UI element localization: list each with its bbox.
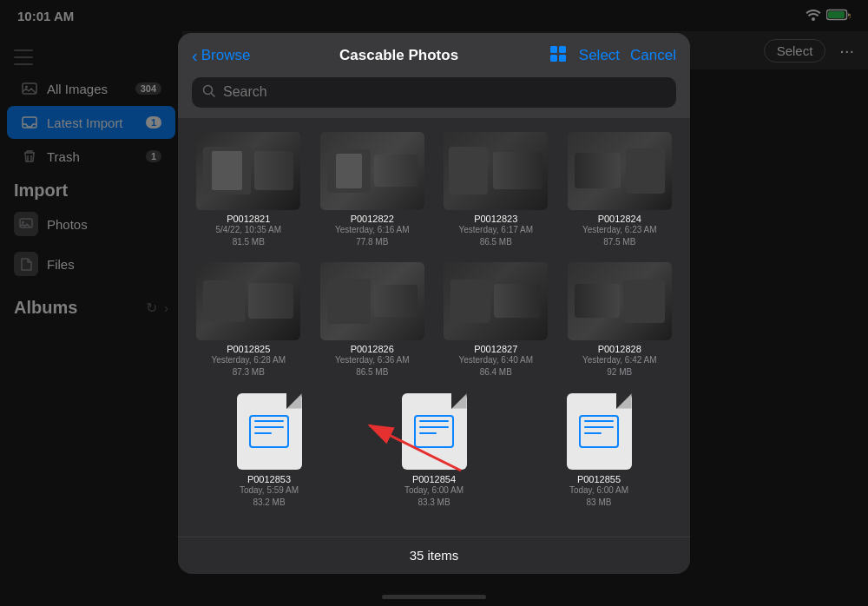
photo-id-6: P0012827: [474, 344, 517, 354]
photo-size-4: 87.3 MB: [233, 366, 265, 379]
file-grid: P0012853 Today, 5:59 AM 83.2 MB: [192, 392, 676, 509]
file-date-2: Today, 6:00 AM: [569, 484, 628, 497]
photo-size-7: 92 MB: [607, 366, 632, 379]
modal-select-button[interactable]: Select: [579, 47, 620, 64]
file-date-0: Today, 5:59 AM: [240, 484, 299, 497]
search-icon: [202, 84, 216, 101]
photo-size-3: 87.5 MB: [603, 236, 635, 248]
file-id-2: P0012855: [577, 474, 621, 484]
photo-grid-row1: P0012821 5/4/22, 10:35 AM 81.5 MB P00128…: [192, 132, 676, 248]
back-chevron-icon: ‹: [192, 46, 198, 66]
photo-thumb-6: [444, 262, 548, 340]
file-thumb-1: [382, 392, 486, 471]
svg-rect-11: [550, 55, 557, 62]
photo-id-2: P0012823: [474, 214, 517, 224]
modal-header: ‹ Browse Cascable Photos Select Canc: [178, 33, 690, 118]
file-thumb-0: [217, 392, 321, 471]
photo-thumb-1: [320, 132, 424, 210]
photo-size-5: 86.5 MB: [356, 366, 388, 379]
photo-size-1: 77.8 MB: [356, 236, 388, 248]
modal-footer: 35 items: [178, 537, 690, 574]
search-bar: [192, 77, 676, 108]
photo-id-0: P0012821: [227, 214, 270, 224]
file-browser-modal: ‹ Browse Cascable Photos Select Canc: [178, 33, 690, 574]
photo-thumb-3: [568, 132, 672, 210]
svg-rect-12: [559, 55, 566, 62]
photo-item-1[interactable]: P0012822 Yesterday, 6:16 AM 77.8 MB: [316, 132, 430, 248]
back-button[interactable]: ‹ Browse: [192, 46, 250, 66]
photo-item-7[interactable]: P0012828 Yesterday, 6:42 AM 92 MB: [563, 262, 677, 379]
photo-id-1: P0012822: [351, 214, 394, 224]
photo-date-7: Yesterday, 6:42 AM: [582, 354, 657, 366]
photo-size-2: 86.5 MB: [480, 236, 512, 248]
photo-date-0: 5/4/22, 10:35 AM: [215, 224, 281, 236]
search-input[interactable]: [223, 84, 666, 100]
item-count: 35 items: [410, 548, 459, 563]
photo-date-4: Yesterday, 6:28 AM: [211, 354, 286, 366]
modal-nav: ‹ Browse Cascable Photos Select Canc: [192, 43, 676, 69]
photo-id-4: P0012825: [227, 344, 270, 354]
photo-date-2: Yesterday, 6:17 AM: [458, 224, 533, 236]
photo-grid-row2: P0012825 Yesterday, 6:28 AM 87.3 MB P001…: [192, 262, 676, 379]
photo-date-6: Yesterday, 6:40 AM: [458, 354, 533, 366]
photo-item-3[interactable]: P0012824 Yesterday, 6:23 AM 87.5 MB: [563, 132, 677, 248]
file-date-1: Today, 6:00 AM: [404, 484, 464, 497]
file-id-0: P0012853: [247, 474, 291, 484]
photo-id-5: P0012826: [351, 344, 394, 354]
photo-date-1: Yesterday, 6:16 AM: [335, 224, 410, 236]
modal-cancel-button[interactable]: Cancel: [630, 47, 676, 64]
svg-rect-10: [559, 46, 566, 53]
modal-title: Cascable Photos: [339, 47, 458, 64]
photo-thumb-5: [320, 262, 424, 340]
file-size-2: 83 MB: [587, 497, 612, 509]
modal-nav-actions: Select Cancel: [548, 43, 676, 69]
file-item-1[interactable]: P0012854 Today, 6:00 AM 83.3 MB: [357, 392, 511, 509]
back-label: Browse: [201, 47, 251, 64]
photo-id-7: P0012828: [598, 344, 641, 354]
photo-thumb-7: [568, 262, 672, 340]
file-item-0[interactable]: P0012853 Today, 5:59 AM 83.2 MB: [192, 392, 346, 509]
photo-thumb-2: [444, 132, 548, 210]
file-thumb-2: [547, 392, 651, 471]
photo-size-6: 86.4 MB: [480, 366, 512, 379]
svg-rect-9: [550, 46, 557, 53]
file-item-2[interactable]: P0012855 Today, 6:00 AM 83 MB: [522, 392, 676, 509]
photo-item-4[interactable]: P0012825 Yesterday, 6:28 AM 87.3 MB: [192, 262, 306, 379]
photo-thumb-4: [196, 262, 300, 340]
photo-item-6[interactable]: P0012827 Yesterday, 6:40 AM 86.4 MB: [439, 262, 553, 379]
file-size-1: 83.3 MB: [418, 497, 450, 509]
photo-size-0: 81.5 MB: [233, 236, 265, 248]
photo-id-3: P0012824: [598, 214, 641, 224]
photo-date-5: Yesterday, 6:36 AM: [335, 354, 410, 366]
photo-date-3: Yesterday, 6:23 AM: [582, 224, 657, 236]
photo-item-2[interactable]: P0012823 Yesterday, 6:17 AM 86.5 MB: [439, 132, 553, 248]
photo-item-5[interactable]: P0012826 Yesterday, 6:36 AM 86.5 MB: [316, 262, 430, 379]
photo-item-0[interactable]: P0012821 5/4/22, 10:35 AM 81.5 MB: [192, 132, 306, 248]
photo-thumb-0: [196, 132, 300, 210]
modal-content: P0012821 5/4/22, 10:35 AM 81.5 MB P00128…: [178, 118, 690, 537]
file-id-1: P0012854: [412, 474, 456, 484]
grid-view-icon[interactable]: [548, 43, 569, 69]
modal-overlay: ‹ Browse Cascable Photos Select Canc: [0, 0, 868, 606]
file-size-0: 83.2 MB: [253, 497, 285, 509]
